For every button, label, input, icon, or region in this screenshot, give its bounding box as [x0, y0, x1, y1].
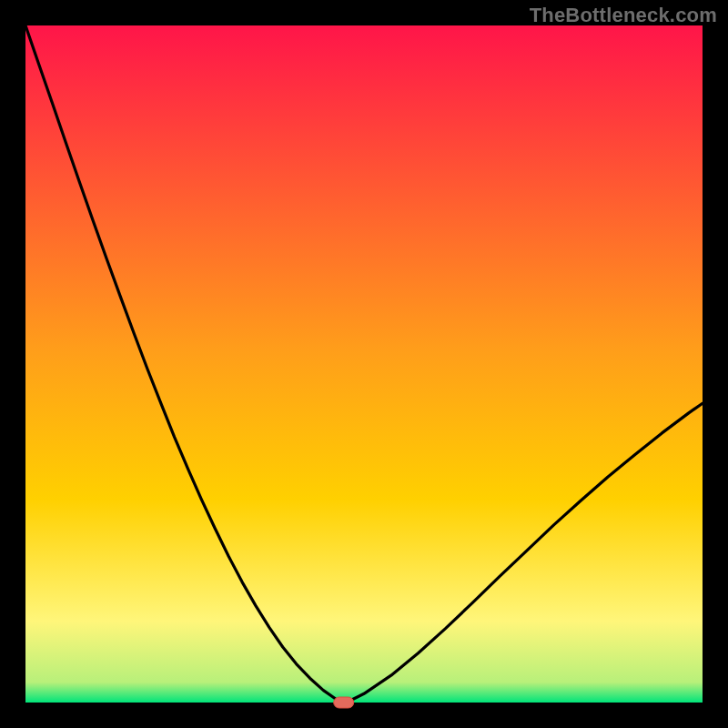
optimum-marker [334, 697, 354, 708]
chart-frame: { "watermark": "TheBottleneck.com", "col… [0, 0, 728, 728]
bottleneck-chart [0, 0, 728, 728]
plot-background [25, 25, 703, 703]
watermark-text: TheBottleneck.com [530, 4, 717, 27]
